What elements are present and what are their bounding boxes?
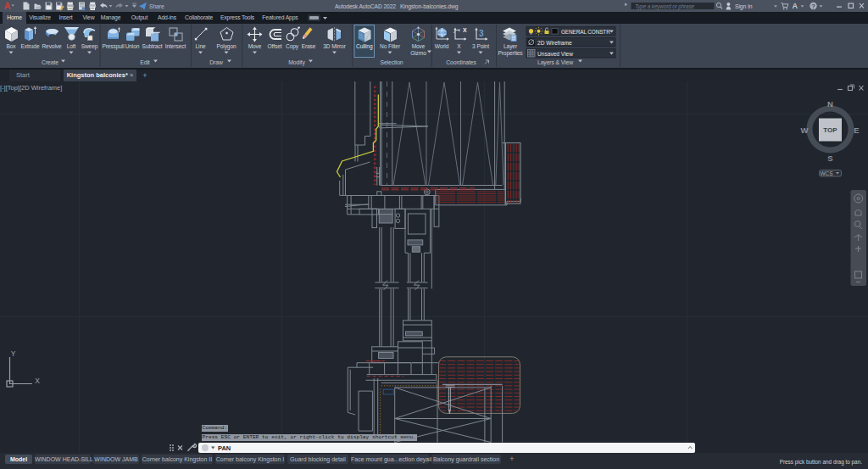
svg-text:S: S [827, 154, 832, 163]
svg-text:Sweep: Sweep [81, 43, 98, 50]
svg-text:Properties: Properties [498, 50, 523, 57]
svg-text:Layers & View: Layers & View [537, 59, 573, 66]
svg-text:Selection: Selection [380, 59, 403, 65]
svg-text:World: World [435, 43, 449, 49]
svg-text:Polygon: Polygon [216, 43, 236, 50]
svg-text:Union: Union [125, 43, 140, 49]
svg-text:Create: Create [42, 59, 58, 65]
svg-text:Gizmo: Gizmo [410, 50, 426, 56]
svg-text:Coordinates: Coordinates [446, 59, 476, 65]
svg-text:PAN: PAN [218, 444, 231, 452]
svg-text:Move: Move [248, 43, 262, 49]
svg-text:3: 3 [479, 29, 484, 38]
svg-text:Revolve: Revolve [42, 43, 62, 49]
svg-text:No Filter: No Filter [380, 43, 401, 49]
svg-text:Move: Move [412, 43, 426, 49]
svg-text:Unsaved View: Unsaved View [537, 51, 573, 57]
svg-text:Extrude: Extrude [20, 43, 39, 49]
svg-text:X: X [457, 43, 461, 49]
svg-text:N: N [827, 99, 833, 109]
svg-text:Copy: Copy [286, 43, 299, 50]
svg-text:Modify: Modify [288, 59, 305, 66]
svg-text:Edit: Edit [140, 59, 150, 65]
svg-text:Intersect: Intersect [165, 43, 186, 49]
svg-text:?: ? [811, 3, 815, 10]
svg-text:Presspull: Presspull [102, 43, 125, 50]
svg-text:Box: Box [6, 43, 16, 49]
svg-text:Draw: Draw [209, 59, 223, 65]
svg-text:Erase: Erase [302, 43, 316, 49]
svg-text:X: X [463, 27, 467, 33]
svg-text:Offset: Offset [268, 43, 282, 49]
svg-text:W: W [801, 126, 809, 135]
svg-text:3D Mirror: 3D Mirror [323, 43, 346, 49]
svg-text:GENERAL CONSTR: GENERAL CONSTR [561, 29, 610, 35]
svg-text:Loft: Loft [67, 43, 76, 49]
svg-text:E: E [854, 126, 859, 135]
svg-text:X: X [35, 377, 40, 385]
svg-text:Subtract: Subtract [142, 43, 163, 49]
svg-text:TOP: TOP [823, 126, 837, 134]
svg-text:Line: Line [195, 43, 205, 49]
svg-text:Culling: Culling [356, 43, 373, 50]
svg-text:Y: Y [11, 349, 16, 358]
svg-text:WCS: WCS [820, 170, 833, 176]
svg-text:3 Point: 3 Point [472, 43, 489, 49]
svg-text:2D Wireframe: 2D Wireframe [537, 40, 572, 46]
svg-text:A: A [793, 2, 798, 10]
svg-text:Layer: Layer [504, 43, 518, 50]
